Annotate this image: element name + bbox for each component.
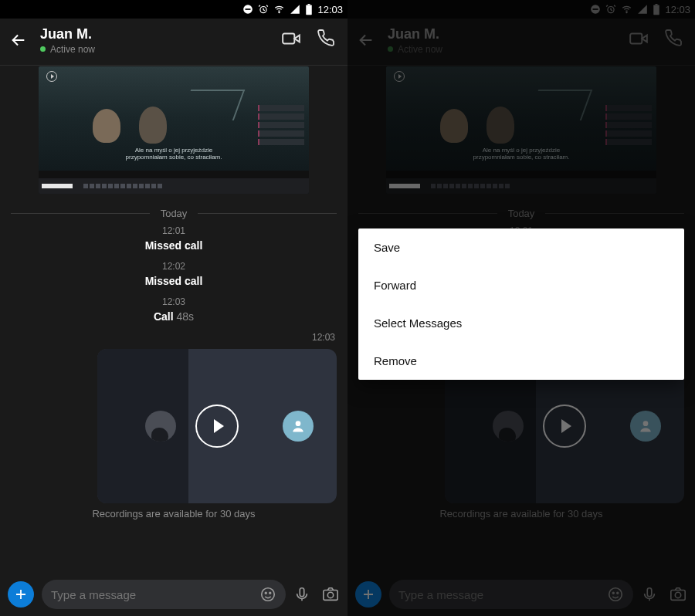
svg-point-10 — [270, 592, 271, 594]
phone-screen-left: 12:03 Juan M. Active now — [0, 0, 348, 616]
alarm-icon — [258, 4, 269, 15]
online-dot-icon — [40, 46, 46, 52]
context-menu: Save Forward Select Messages Remove — [358, 228, 684, 380]
mic-button[interactable] — [293, 586, 310, 603]
svg-point-7 — [296, 421, 301, 426]
svg-point-3 — [279, 12, 280, 13]
back-button[interactable] — [8, 32, 29, 49]
message-input-wrap[interactable] — [42, 580, 286, 609]
recording-timestamp: 12:03 — [11, 332, 337, 343]
menu-item-remove[interactable]: Remove — [358, 342, 684, 380]
date-separator: Today — [11, 208, 337, 219]
menu-item-forward[interactable]: Forward — [358, 266, 684, 304]
svg-point-8 — [262, 588, 275, 601]
composer — [0, 573, 348, 616]
conversation-area[interactable]: Ale na myśl o jej przyjeździeprzypomniał… — [0, 62, 348, 573]
signal-icon — [290, 4, 300, 15]
call-entry[interactable]: 12:03 Call 48s — [11, 296, 337, 323]
emoji-button[interactable] — [259, 586, 276, 603]
call-entry[interactable]: 12:02 Missed call — [11, 261, 337, 287]
play-overlay-icon — [46, 71, 57, 82]
chat-header: Juan M. Active now — [0, 19, 348, 62]
statusbar: 12:03 — [0, 0, 348, 19]
videocall-button[interactable] — [281, 29, 301, 52]
add-button[interactable] — [8, 581, 34, 608]
svg-point-9 — [265, 592, 266, 594]
call-entry[interactable]: 12:01 Missed call — [11, 225, 337, 252]
svg-rect-5 — [308, 4, 310, 5]
chat-status: Active now — [40, 44, 270, 55]
menu-item-save[interactable]: Save — [358, 228, 684, 266]
battery-icon — [305, 4, 313, 15]
dnd-icon — [242, 4, 253, 15]
image-subtitle: Ale na myśl o jej przyjeździeprzypomniał… — [126, 147, 222, 161]
svg-rect-6 — [283, 34, 294, 44]
recording-note: Recordings are available for 30 days — [11, 508, 337, 520]
status-time: 12:03 — [317, 4, 343, 15]
phone-screen-right: 12:03 Juan M. Active now Ale na myśl o j… — [348, 0, 695, 616]
participant-avatar — [283, 411, 314, 442]
svg-rect-11 — [300, 588, 304, 597]
svg-point-13 — [327, 592, 333, 597]
participant-avatar — [145, 411, 176, 442]
svg-rect-4 — [307, 5, 313, 15]
wifi-icon — [273, 4, 285, 15]
voicecall-button[interactable] — [317, 29, 335, 52]
message-input[interactable] — [51, 588, 259, 601]
camera-button[interactable] — [321, 586, 340, 603]
menu-item-select-messages[interactable]: Select Messages — [358, 304, 684, 342]
chat-title-block[interactable]: Juan M. Active now — [40, 26, 270, 55]
image-message[interactable]: Ale na myśl o jej przyjeździeprzypomniał… — [39, 66, 309, 194]
chat-name: Juan M. — [40, 26, 270, 42]
recording-card[interactable] — [97, 349, 337, 503]
play-button-icon[interactable] — [195, 404, 239, 448]
svg-rect-1 — [246, 8, 251, 10]
